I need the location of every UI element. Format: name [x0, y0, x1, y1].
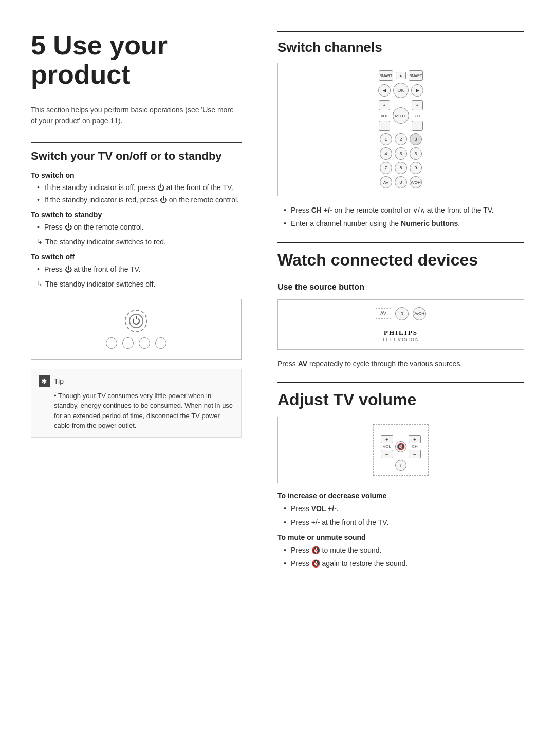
dot-row: · · · · · · ·: [394, 429, 409, 433]
subsection-standby: To switch to standby: [31, 211, 242, 219]
av-source-btn: AV: [376, 308, 392, 319]
standby-circle: [125, 310, 147, 332]
num-2: 2: [395, 133, 407, 145]
vol-label: VOL: [379, 110, 390, 121]
adjust-volume-section: Adjust TV volume · · · · · · · + VOL − �: [278, 382, 524, 570]
chapter-number: 5: [31, 30, 46, 60]
channels-remote-illustration: SMART ▲ SMART ◀ OK ▶ + VOL −: [278, 63, 524, 196]
ch-label: CH: [412, 110, 423, 121]
tip-box: ✱ Tip • Though your TV consumes very lit…: [31, 369, 242, 438]
volume-bullets: Press VOL +/-. Press +/- at the front of…: [278, 503, 524, 528]
circle-1: [106, 337, 117, 349]
right-column: Switch channels SMART ▲ SMART ◀ OK ▶: [262, 0, 555, 756]
tip-label: Tip: [54, 377, 64, 385]
television-label: TELEVISION: [382, 337, 419, 342]
num-row-2: 4 5 6: [380, 147, 422, 160]
vol-plus-btn: +: [381, 435, 393, 443]
increase-volume-heading: To increase or decrease volume: [278, 492, 524, 500]
standby-button-illustration: [106, 310, 166, 349]
standby-arrow: The standby indicator switches to red.: [31, 237, 242, 248]
mute-icon: 🔇: [397, 443, 405, 450]
vol-remote: · · · · · · · + VOL − 🔇 + CH −: [373, 424, 429, 476]
switch-on-bullet-1: If the standby indicator is off, press ⏻…: [37, 182, 242, 193]
nav-left-btn: ◀: [378, 84, 391, 97]
subsection-switch-off: To switch off: [31, 253, 242, 261]
channels-bullet-list: Press CH +/- on the remote control or ∨/…: [278, 204, 524, 230]
smart-btn-left: SMART: [379, 70, 393, 81]
subsection-switch-on: To switch on: [31, 171, 242, 179]
tip-header: ✱ Tip: [39, 375, 234, 387]
switch-off-arrow: The standby indicator switches off.: [31, 279, 242, 290]
thick-divider-channels: [278, 31, 524, 32]
nav-right-btn: ▶: [411, 84, 423, 97]
switch-off-bullet-1: Press ⏻ at the front of the TV.: [37, 264, 242, 275]
num-row-4: AV 0 A/OH: [380, 176, 422, 188]
dots: · · · · · · ·: [394, 429, 409, 433]
standby-inner-circle: [129, 314, 143, 328]
aoh-btn: A/OH: [410, 176, 422, 188]
remote-row-1: SMART ▲ SMART: [379, 70, 423, 81]
mute-bullet-1: Press 🔇 to mute the sound.: [284, 544, 524, 556]
mute-heading: To mute or unmute sound: [278, 533, 524, 541]
vol-minus-btn: −: [381, 450, 393, 458]
section-title-switch-tv: Switch your TV on/off or to standby: [31, 149, 242, 164]
mute-vol-btn: 🔇: [395, 441, 406, 452]
volume-bullet-1: Press VOL +/-.: [284, 503, 524, 514]
remote-grid: SMART ▲ SMART ◀ OK ▶ + VOL −: [378, 70, 423, 188]
ch-col: + CH −: [409, 435, 421, 458]
num-6: 6: [410, 147, 422, 160]
smart-btn-right: SMART: [409, 70, 423, 81]
volume-bullet-2: Press +/- at the front of the TV.: [284, 517, 524, 528]
philips-brand: PHILIPS TELEVISION: [382, 329, 419, 342]
circle-2: [122, 337, 134, 349]
aoh-source-btn: A/OH: [413, 307, 426, 320]
vol-col: + VOL −: [381, 435, 393, 458]
num-9: 9: [410, 162, 422, 174]
vol-remote-row-main: + VOL − 🔇 + CH −: [381, 435, 421, 458]
chapter-title: 5 Use yourproduct: [31, 31, 242, 89]
remote-row-3: + VOL − MUTE + CH −: [379, 100, 423, 131]
ch-plus-btn: +: [409, 435, 421, 443]
watch-devices-title: Watch connected devices: [278, 251, 524, 270]
intro-text: This section helps you perform basic ope…: [31, 105, 242, 126]
vol-remote-row-bottom: i: [395, 460, 406, 471]
ch-group: + CH −: [412, 100, 423, 131]
switch-on-bullets: If the standby indicator is off, press ⏻…: [31, 182, 242, 205]
switch-channels-section: Switch channels SMART ▲ SMART ◀ OK ▶: [278, 31, 524, 230]
section-divider-1: [31, 142, 242, 143]
source-body-text: Press AV repeatedly to cycle through the…: [278, 358, 524, 369]
thin-divider-source: [278, 277, 524, 277]
num-row-1: 1 2 3: [380, 133, 422, 145]
ch-minus-btn: −: [409, 450, 421, 458]
left-column: 5 Use yourproduct This section helps you…: [0, 0, 262, 756]
tip-star-icon: ✱: [39, 375, 50, 387]
adjust-volume-title: Adjust TV volume: [278, 390, 524, 409]
vol-group: + VOL −: [379, 100, 390, 131]
ok-btn: OK: [393, 83, 409, 98]
thick-divider-watch: [278, 242, 524, 243]
watch-devices-section: Watch connected devices Use the source b…: [278, 242, 524, 369]
ch-plus: +: [412, 100, 423, 110]
num-4: 4: [380, 147, 392, 160]
vol-minus: −: [379, 121, 390, 131]
channel-bullet-1: Press CH +/- on the remote control or ∨/…: [284, 204, 524, 216]
num-8: 8: [395, 162, 407, 174]
zero-btn: 0: [395, 307, 409, 320]
vol-plus: +: [379, 100, 390, 110]
switch-on-bullet-2: If the standby indicator is red, press ⏻…: [37, 195, 242, 205]
standby-bullets: Press ⏻ on the remote control.: [31, 222, 242, 233]
mute-bullets: Press 🔇 to mute the sound. Press 🔇 again…: [278, 544, 524, 570]
tip-bullet: •: [54, 392, 58, 400]
av-btn: AV: [380, 176, 392, 188]
tip-content: Though your TV consumes very little powe…: [54, 392, 233, 430]
num-7: 7: [380, 162, 392, 174]
thick-divider-volume: [278, 382, 524, 383]
mute-btn: MUTE: [393, 107, 409, 124]
standby-remote-illustration: [31, 299, 242, 360]
num-5: 5: [395, 147, 407, 160]
tip-text: • Though your TV consumes very little po…: [39, 391, 234, 431]
num-3: 3: [410, 133, 422, 145]
standby-bullet-1: Press ⏻ on the remote control.: [37, 222, 242, 233]
switch-channels-title: Switch channels: [278, 40, 524, 55]
source-button-subtitle: Use the source button: [278, 282, 524, 294]
